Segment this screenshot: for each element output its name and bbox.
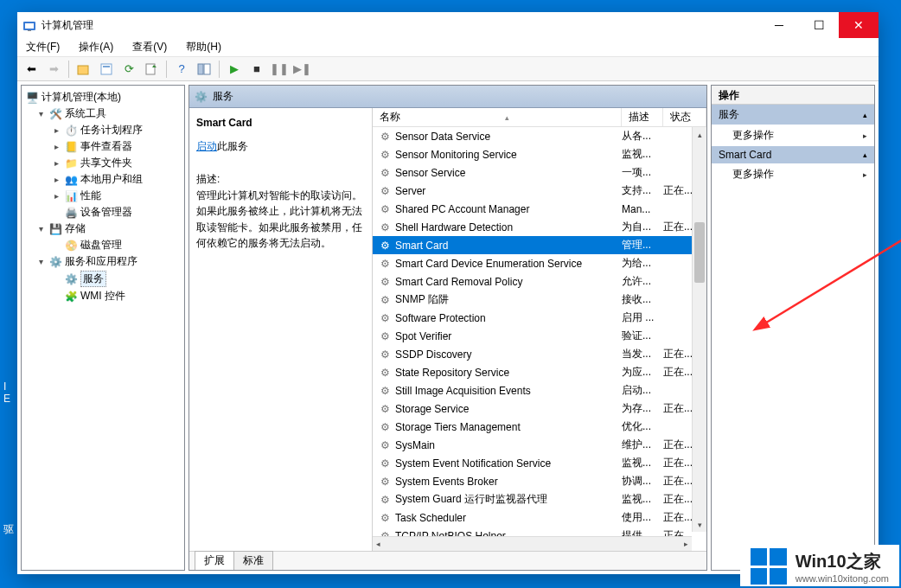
menu-help[interactable]: 帮助(H) xyxy=(182,40,225,54)
col-name[interactable]: 名称▴ xyxy=(373,108,622,126)
gear-icon: ⚙ xyxy=(378,185,392,197)
service-desc: 监视... xyxy=(622,456,663,470)
gear-icon: ⚙ xyxy=(378,421,392,433)
service-row[interactable]: ⚙Sensor Monitoring Service监视... xyxy=(373,145,706,163)
titlebar[interactable]: 计算机管理 ─ ☐ ✕ xyxy=(17,12,879,38)
scroll-up-icon[interactable]: ▴ xyxy=(693,127,706,142)
service-row[interactable]: ⚙System Guard 运行时监视器代理监视...正在... xyxy=(373,490,706,508)
tree-performance[interactable]: ▸📊性能 xyxy=(23,188,182,204)
tree-storage[interactable]: ▾💾存储 xyxy=(23,220,182,237)
service-row[interactable]: ⚙Sensor Data Service从各... xyxy=(373,127,706,145)
service-desc: 使用... xyxy=(622,510,663,525)
tree-event-viewer[interactable]: ▸📒事件查看器 xyxy=(23,138,182,155)
service-row[interactable]: ⚙SSDP Discovery当发...正在... xyxy=(373,345,706,363)
service-row[interactable]: ⚙Still Image Acquisition Events启动... xyxy=(373,381,706,399)
back-button[interactable]: ⬅ xyxy=(21,59,42,80)
service-name: Smart Card Removal Policy xyxy=(395,276,622,288)
service-name: Sensor Monitoring Service xyxy=(395,149,622,161)
services-header: ⚙️ 服务 xyxy=(189,86,706,108)
col-desc[interactable]: 描述 xyxy=(622,108,663,126)
vertical-scrollbar[interactable]: ▴ ▾ xyxy=(692,127,706,532)
actions-more-2[interactable]: 更多操作▸ xyxy=(712,163,874,185)
gear-icon: ⚙ xyxy=(378,367,392,379)
service-desc: 为存... xyxy=(622,401,663,416)
properties-button[interactable] xyxy=(96,59,117,80)
pause-service-button[interactable]: ❚❚ xyxy=(269,59,290,80)
service-row[interactable]: ⚙Smart Card Removal Policy允许... xyxy=(373,272,706,291)
service-desc: 启用 ... xyxy=(622,310,663,325)
tab-extended[interactable]: 扩展 xyxy=(195,551,234,570)
tree-root[interactable]: 🖥️计算机管理(本地) xyxy=(23,89,182,105)
service-name: Storage Service xyxy=(395,403,622,415)
tree-system-tools[interactable]: ▾🛠️系统工具 xyxy=(23,105,182,122)
tree-services-apps[interactable]: ▾⚙️服务和应用程序 xyxy=(23,253,182,270)
tree-task-scheduler[interactable]: ▸⏱️任务计划程序 xyxy=(23,122,182,138)
gear-icon: ⚙ xyxy=(378,203,392,215)
start-service-link[interactable]: 启动 xyxy=(196,140,217,152)
tab-standard[interactable]: 标准 xyxy=(233,551,273,570)
service-row[interactable]: ⚙Server支持...正在... xyxy=(373,182,706,200)
desktop-text-2: 驱 xyxy=(3,522,14,537)
service-row[interactable]: ⚙Sensor Service一项... xyxy=(373,163,706,182)
gear-icon: ⚙ xyxy=(378,330,392,342)
tree-device-manager[interactable]: 🖨️设备管理器 xyxy=(23,204,182,220)
forward-button[interactable]: ➡ xyxy=(43,59,64,80)
service-row[interactable]: ⚙Task Scheduler使用...正在... xyxy=(373,508,706,527)
services-list[interactable]: 名称▴ 描述 状态 ⚙Sensor Data Service从各...⚙Sens… xyxy=(373,108,706,551)
detail-desc-text: 管理此计算机对智能卡的取读访问。如果此服务被终止，此计算机将无法取读智能卡。如果… xyxy=(196,188,365,252)
close-button[interactable]: ✕ xyxy=(839,12,879,38)
service-row[interactable]: ⚙System Event Notification Service监视...正… xyxy=(373,454,706,472)
service-name: Storage Tiers Management xyxy=(395,421,622,433)
list-header[interactable]: 名称▴ 描述 状态 xyxy=(373,108,706,127)
tree-wmi[interactable]: 🧩WMI 控件 xyxy=(23,288,182,304)
service-row[interactable]: ⚙Spot Verifier验证... xyxy=(373,327,706,345)
help-button[interactable]: ? xyxy=(171,59,192,80)
start-service-button[interactable]: ▶ xyxy=(224,59,245,80)
service-name: System Guard 运行时监视器代理 xyxy=(395,492,622,507)
svg-rect-3 xyxy=(78,66,88,74)
scroll-down-icon[interactable]: ▾ xyxy=(693,517,706,532)
menu-file[interactable]: 文件(F) xyxy=(22,40,63,54)
col-status[interactable]: 状态 xyxy=(663,108,706,126)
tree-local-users[interactable]: ▸👥本地用户和组 xyxy=(23,171,182,188)
service-row[interactable]: ⚙Storage Service为存...正在... xyxy=(373,399,706,418)
service-desc: 优化... xyxy=(622,419,663,434)
show-hide-button[interactable] xyxy=(194,59,214,80)
tree-disk-management[interactable]: 📀磁盘管理 xyxy=(23,237,182,253)
up-button[interactable] xyxy=(73,59,94,80)
menu-action[interactable]: 操作(A) xyxy=(75,40,117,54)
service-row[interactable]: ⚙System Events Broker协调...正在... xyxy=(373,472,706,490)
tree-services[interactable]: ⚙️服务 xyxy=(23,270,182,288)
stop-service-button[interactable]: ■ xyxy=(246,59,267,80)
actions-title: 操作 xyxy=(712,86,874,105)
restart-service-button[interactable]: ▶❚ xyxy=(291,59,312,80)
tree-shared-folders[interactable]: ▸📁共享文件夹 xyxy=(23,155,182,171)
maximize-button[interactable]: ☐ xyxy=(799,12,839,38)
service-name: System Event Notification Service xyxy=(395,457,622,470)
scroll-thumb[interactable] xyxy=(694,222,705,283)
actions-more-1[interactable]: 更多操作▸ xyxy=(712,125,874,146)
service-row[interactable]: ⚙State Repository Service为应...正在... xyxy=(373,363,706,381)
minimize-button[interactable]: ─ xyxy=(759,12,799,38)
computer-management-window: 计算机管理 ─ ☐ ✕ 文件(F) 操作(A) 查看(V) 帮助(H) ⬅ ➡ … xyxy=(17,12,879,574)
service-row[interactable]: ⚙Storage Tiers Management优化... xyxy=(373,418,706,436)
service-row[interactable]: ⚙SysMain维护...正在... xyxy=(373,436,706,454)
service-row[interactable]: ⚙Software Protection启用 ... xyxy=(373,309,706,327)
service-row[interactable]: ⚙SNMP 陷阱接收... xyxy=(373,291,706,309)
export-button[interactable] xyxy=(141,59,162,80)
menu-view[interactable]: 查看(V) xyxy=(129,40,170,54)
service-name: Spot Verifier xyxy=(395,330,622,342)
actions-section-services[interactable]: 服务▴ xyxy=(712,105,874,125)
refresh-button[interactable]: ⟳ xyxy=(118,59,139,80)
service-desc: 监视... xyxy=(622,492,663,507)
service-row[interactable]: ⚙Smart Card管理... xyxy=(373,236,706,254)
service-row[interactable]: ⚙Smart Card Device Enumeration Service为给… xyxy=(373,254,706,272)
service-row[interactable]: ⚙Shell Hardware Detection为自...正在... xyxy=(373,218,706,236)
service-row[interactable]: ⚙Shared PC Account ManagerMan... xyxy=(373,200,706,218)
horizontal-scrollbar[interactable]: ◂▸ xyxy=(373,536,692,551)
detail-service-name: Smart Card xyxy=(196,117,365,129)
actions-section-smartcard[interactable]: Smart Card▴ xyxy=(712,146,874,163)
nav-tree[interactable]: 🖥️计算机管理(本地) ▾🛠️系统工具 ▸⏱️任务计划程序 ▸📒事件查看器 ▸📁… xyxy=(21,85,185,571)
center-pane: ⚙️ 服务 Smart Card 启动此服务 描述: 管理此计算机对智能卡的取读… xyxy=(189,85,707,571)
watermark-url: www.win10xitong.com xyxy=(796,573,889,584)
